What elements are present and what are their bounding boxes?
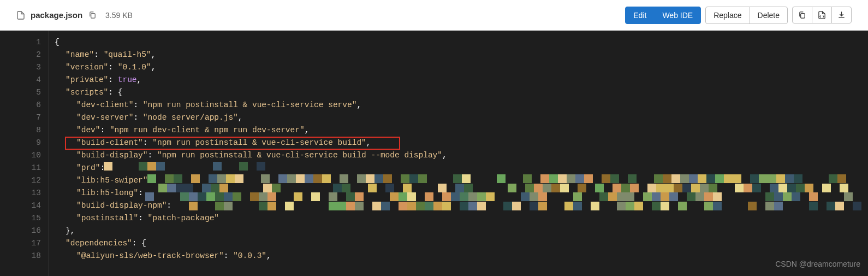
line-number: 9: [11, 137, 41, 149]
code-viewer: 1 2 3 4 5 6 7 8 9 10 11 12 13 14 15 16 1…: [0, 31, 868, 276]
code-line: "name": "quail-h5",: [55, 49, 863, 61]
edit-group: Edit Web IDE: [625, 7, 701, 24]
line-number: 12: [11, 174, 41, 187]
line-number: 18: [11, 250, 41, 262]
code-line: "postinstall": "patch-package": [55, 212, 863, 225]
code-line: "dependencies": {: [55, 237, 863, 250]
code-line: "dev-server": "node server/app.js",: [55, 111, 863, 124]
line-number: 6: [11, 99, 41, 111]
copy-path-icon[interactable]: [88, 11, 97, 20]
code-line: "build-display": "npm run postinstall & …: [55, 149, 863, 162]
download-button[interactable]: [831, 7, 852, 24]
line-number: 1: [11, 36, 41, 49]
line-number: 5: [11, 86, 41, 99]
webide-button[interactable]: Web IDE: [654, 7, 701, 24]
code-line: "private": true,: [55, 74, 863, 86]
delete-button[interactable]: Delete: [750, 7, 788, 24]
line-number: 3: [11, 61, 41, 74]
line-number: 15: [11, 212, 41, 225]
line-numbers: 1 2 3 4 5 6 7 8 9 10 11 12 13 14 15 16 1…: [0, 31, 49, 276]
filesize: 3.59 KB: [105, 11, 133, 20]
copy-contents-button[interactable]: [792, 7, 812, 24]
toolbar-right: Edit Web IDE Replace Delete: [625, 7, 852, 24]
line-number: 2: [11, 49, 41, 61]
code-line: "dev-client": "npm run postinstall & vue…: [55, 99, 863, 111]
code-line: "build-client": "npm run postinstall & v…: [55, 137, 863, 149]
action-group: Replace Delete: [705, 7, 788, 24]
line-number: 14: [11, 199, 41, 212]
edit-button[interactable]: Edit: [625, 7, 655, 24]
line-number: 8: [11, 124, 41, 137]
code-line: {: [55, 36, 863, 49]
filename: package.json: [31, 10, 82, 20]
code-line: "version": "0.1.0",: [55, 61, 863, 74]
line-number: 16: [11, 225, 41, 237]
line-number: 11: [11, 162, 41, 174]
code-line: "dev": "npm run dev-client & npm run dev…: [55, 124, 863, 137]
line-number: 7: [11, 111, 41, 124]
toolbar-left: package.json 3.59 KB: [16, 10, 625, 20]
svg-rect-1: [801, 14, 805, 18]
raw-file-button[interactable]: [812, 7, 832, 24]
code-line: "scripts": {: [55, 86, 863, 99]
line-number: 17: [11, 237, 41, 250]
line-number: 4: [11, 74, 41, 86]
code-line: },: [55, 225, 863, 237]
file-actions-group: [792, 7, 852, 24]
file-toolbar: package.json 3.59 KB Edit Web IDE Replac…: [0, 0, 868, 31]
line-number: 13: [11, 187, 41, 199]
code-body[interactable]: { "name": "quail-h5", "version": "0.1.0"…: [49, 31, 868, 276]
watermark: CSDN @dreamcometure: [775, 258, 860, 271]
code-line: "@aliyun-sls/web-track-browser": "0.0.3"…: [55, 250, 863, 262]
line-number: 10: [11, 149, 41, 162]
replace-button[interactable]: Replace: [705, 7, 750, 24]
svg-rect-0: [91, 14, 95, 18]
file-icon: [16, 11, 25, 20]
